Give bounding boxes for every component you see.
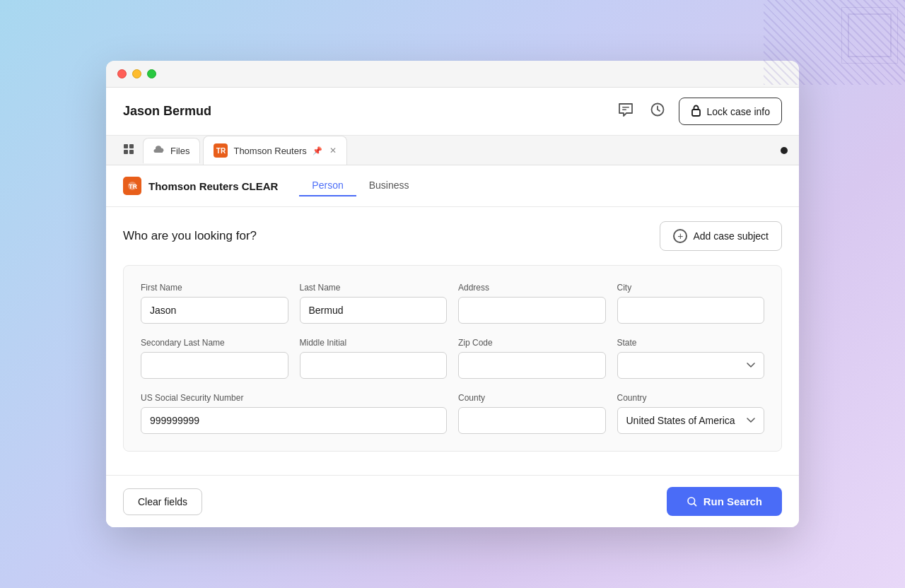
first-name-group: First Name (141, 283, 288, 324)
lock-case-button[interactable]: Lock case info (679, 98, 783, 125)
footer: Clear fields Run Search (106, 475, 799, 527)
grid-view-button[interactable] (117, 136, 140, 165)
svg-rect-5 (692, 110, 700, 116)
form-row-1: First Name Last Name Address City (141, 283, 764, 324)
secondary-last-input[interactable] (141, 352, 288, 379)
search-header: Who are you looking for? + Add case subj… (123, 221, 782, 251)
files-tab[interactable]: Files (143, 138, 200, 163)
last-name-input[interactable] (300, 297, 448, 324)
thomson-tab-label: Thomson Reuters (233, 146, 306, 156)
state-group: State Alabama California New York Texas (617, 338, 765, 379)
header-actions: Lock case info (615, 98, 783, 125)
ssn-label: US Social Security Number (141, 393, 447, 403)
middle-initial-group: Middle Initial (300, 338, 448, 379)
files-tab-label: Files (170, 146, 189, 156)
middle-initial-input[interactable] (300, 352, 448, 379)
secondary-last-group: Secondary Last Name (141, 338, 288, 379)
main-window: Jason Bermud (106, 61, 799, 527)
nav-tabs: Person Business (299, 175, 421, 196)
maximize-button[interactable] (147, 69, 156, 78)
svg-rect-8 (124, 150, 128, 154)
ssn-group: US Social Security Number (141, 393, 447, 434)
chat-button[interactable] (615, 100, 636, 123)
secondary-last-label: Secondary Last Name (141, 338, 288, 348)
title-bar (106, 61, 799, 88)
lock-label: Lock case info (707, 106, 771, 117)
state-select[interactable]: Alabama California New York Texas (617, 352, 765, 379)
middle-initial-label: Middle Initial (300, 338, 448, 348)
svg-text:TR: TR (129, 183, 137, 190)
content-area: TR Thomson Reuters CLEAR Person Business… (106, 165, 799, 527)
business-tab[interactable]: Business (356, 175, 422, 196)
pin-icon: 📌 (313, 146, 322, 155)
address-input[interactable] (458, 297, 606, 324)
close-button[interactable] (117, 69, 127, 78)
search-area: Who are you looking for? + Add case subj… (106, 207, 799, 475)
first-name-input[interactable] (141, 297, 288, 324)
state-label: State (617, 338, 765, 348)
zip-label: Zip Code (458, 338, 606, 348)
svg-rect-2 (622, 107, 629, 108)
minimize-button[interactable] (132, 69, 141, 78)
more-tabs-indicator[interactable] (781, 147, 788, 154)
county-group: County (458, 393, 606, 434)
plus-circle-icon: + (673, 229, 687, 243)
thomson-reuters-tab[interactable]: TR Thomson Reuters 📌 ✕ (203, 136, 346, 165)
search-question: Who are you looking for? (123, 229, 257, 243)
svg-rect-6 (124, 144, 128, 148)
ssn-input[interactable] (141, 407, 447, 434)
clear-fields-button[interactable]: Clear fields (123, 488, 202, 515)
lock-icon (691, 104, 701, 119)
city-label: City (617, 283, 765, 293)
run-search-label: Run Search (703, 495, 762, 507)
country-label: Country (617, 393, 765, 403)
form-row-2: Secondary Last Name Middle Initial Zip C… (141, 338, 764, 379)
add-case-label: Add case subject (693, 230, 769, 242)
county-country-group: County Country United States of America … (458, 393, 764, 434)
first-name-label: First Name (141, 283, 288, 293)
search-form: First Name Last Name Address City (123, 265, 782, 452)
form-row-3: US Social Security Number County Country… (141, 393, 764, 434)
tab-bar: Files TR Thomson Reuters 📌 ✕ (106, 136, 799, 165)
country-group: Country United States of America Canada … (617, 393, 765, 434)
county-label: County (458, 393, 606, 403)
history-button[interactable] (648, 100, 667, 123)
chat-icon (618, 102, 634, 120)
add-case-subject-button[interactable]: + Add case subject (660, 221, 782, 251)
svg-rect-9 (129, 150, 134, 154)
tr-logo: TR (123, 177, 141, 195)
county-input[interactable] (458, 407, 606, 434)
address-group: Address (458, 283, 606, 324)
sub-header: TR Thomson Reuters CLEAR Person Business (106, 165, 799, 207)
last-name-label: Last Name (300, 283, 448, 293)
svg-rect-7 (129, 144, 134, 148)
svg-rect-1 (848, 14, 891, 57)
svg-rect-0 (841, 7, 898, 64)
country-select[interactable]: United States of America Canada United K… (617, 407, 765, 434)
app-name-label: Thomson Reuters CLEAR (148, 180, 278, 192)
run-search-button[interactable]: Run Search (667, 487, 782, 516)
tab-close-button[interactable]: ✕ (329, 146, 337, 155)
address-label: Address (458, 283, 606, 293)
person-tab[interactable]: Person (299, 175, 356, 196)
last-name-group: Last Name (300, 283, 448, 324)
search-icon (687, 496, 698, 507)
tr-icon: TR (214, 143, 228, 158)
svg-rect-3 (622, 110, 626, 111)
zip-group: Zip Code (458, 338, 606, 379)
case-title: Jason Bermud (123, 104, 211, 119)
city-group: City (617, 283, 765, 324)
history-icon (650, 102, 665, 120)
app-header: Jason Bermud (106, 88, 799, 136)
city-input[interactable] (617, 297, 765, 324)
zip-input[interactable] (458, 352, 606, 379)
cloud-icon (153, 146, 165, 156)
